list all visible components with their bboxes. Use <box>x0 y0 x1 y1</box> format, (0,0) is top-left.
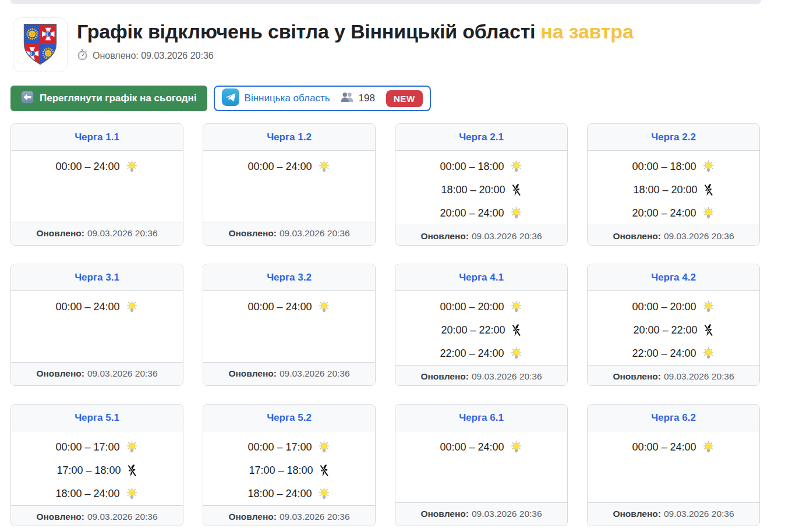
queue-card-slots: 00:00 – 24:00 <box>203 291 375 362</box>
power-on-bulb-icon <box>510 347 523 360</box>
time-slot: 00:00 – 24:00 <box>203 155 375 178</box>
queue-card-updated: Оновлено:09.03.2026 20:36 <box>588 225 759 246</box>
time-slot: 18:00 – 24:00 <box>11 482 183 505</box>
time-range: 00:00 – 24:00 <box>440 441 504 453</box>
queue-card-title: Черга 1.2 <box>203 124 375 151</box>
queue-card-title: Черга 3.1 <box>11 264 183 291</box>
queue-card: Черга 2.2 00:00 – 18:00 18:00 – 20:00 20… <box>587 123 760 246</box>
power-on-bulb-icon <box>317 300 331 314</box>
queues-grid: Черга 1.1 00:00 – 24:00 Оновлено:09.03.2… <box>10 123 760 526</box>
power-on-bulb-icon <box>317 487 331 501</box>
time-range: 00:00 – 18:00 <box>440 161 504 173</box>
card-updated-value: 09.03.2026 20:36 <box>280 368 350 378</box>
top-banner-strip <box>10 0 761 4</box>
page-title: Графік відключень світла у Вінницькій об… <box>77 20 634 44</box>
queue-card-title: Черга 4.2 <box>588 264 759 291</box>
time-slot: 22:00 – 24:00 <box>395 342 567 365</box>
page-header: Графік відключень світла у Вінницькій об… <box>13 17 785 72</box>
time-range: 00:00 – 20:00 <box>440 301 504 313</box>
time-slot: 00:00 – 20:00 <box>588 295 759 318</box>
queue-card: Черга 1.1 00:00 – 24:00 Оновлено:09.03.2… <box>10 123 183 246</box>
power-on-bulb-icon <box>317 160 331 173</box>
queue-card-updated: Оновлено:09.03.2026 20:36 <box>203 222 375 245</box>
power-on-bulb-icon <box>510 300 523 314</box>
time-slot: 00:00 – 24:00 <box>588 435 759 459</box>
time-range: 17:00 – 18:00 <box>249 464 313 477</box>
time-slot: 20:00 – 22:00 <box>395 318 567 342</box>
card-updated-label: Оновлено: <box>228 368 276 378</box>
time-slot: 22:00 – 24:00 <box>588 342 759 365</box>
time-slot: 18:00 – 24:00 <box>203 482 375 505</box>
time-slot: 00:00 – 18:00 <box>588 155 759 178</box>
time-slot: 00:00 – 24:00 <box>395 435 567 459</box>
stopwatch-icon <box>77 49 88 63</box>
telegram-channel-widget[interactable]: Вінницька область 198 NEW <box>214 86 431 111</box>
queue-card: Черга 6.1 00:00 – 24:00 Оновлено:09.03.2… <box>395 404 568 526</box>
new-badge: NEW <box>386 90 423 107</box>
queue-card-slots: 00:00 – 24:00 <box>588 431 759 502</box>
queue-card-updated: Оновлено:09.03.2026 20:36 <box>203 362 375 385</box>
time-slot: 00:00 – 17:00 <box>203 435 375 459</box>
view-today-schedule-label: Переглянути графік на сьогодні <box>40 93 197 104</box>
queue-card-title: Черга 6.2 <box>588 405 759 431</box>
header-text-block: Графік відключень світла у Вінницькій об… <box>77 17 634 63</box>
power-on-bulb-icon <box>702 347 715 360</box>
card-updated-value: 09.03.2026 20:36 <box>87 368 158 378</box>
queue-card-title: Черга 2.2 <box>588 124 759 151</box>
left-arrow-icon <box>21 91 34 107</box>
busts-icon <box>340 92 355 105</box>
telegram-channel-link[interactable]: Вінницька область <box>245 93 330 104</box>
queue-card-title: Черга 6.1 <box>395 405 567 431</box>
queue-card-updated: Оновлено:09.03.2026 20:36 <box>11 362 183 385</box>
time-range: 22:00 – 24:00 <box>440 347 504 360</box>
queue-card-title: Черга 5.1 <box>11 405 183 431</box>
time-range: 17:00 – 18:00 <box>56 464 121 477</box>
card-updated-value: 09.03.2026 20:36 <box>664 231 734 241</box>
queue-card-slots: 00:00 – 17:00 17:00 – 18:00 18:00 – 24:0… <box>11 431 183 505</box>
card-updated-label: Оновлено: <box>420 231 468 241</box>
queue-card: Черга 3.1 00:00 – 24:00 Оновлено:09.03.2… <box>10 264 183 386</box>
time-range: 22:00 – 24:00 <box>632 347 696 360</box>
queue-card: Черга 5.2 00:00 – 17:00 17:00 – 18:00 18… <box>203 404 376 526</box>
vinnytsia-coat-of-arms-icon <box>13 17 68 72</box>
card-updated-label: Оновлено: <box>420 371 468 381</box>
power-off-bolt-icon <box>319 464 330 477</box>
card-updated-label: Оновлено: <box>36 512 84 522</box>
queue-card: Черга 4.1 00:00 – 20:00 20:00 – 22:00 22… <box>395 264 568 386</box>
time-slot: 00:00 – 18:00 <box>395 155 567 178</box>
power-off-bolt-icon <box>703 184 714 196</box>
card-updated-value: 09.03.2026 20:36 <box>280 512 350 522</box>
time-range: 18:00 – 24:00 <box>55 488 119 500</box>
power-on-bulb-icon <box>125 487 139 501</box>
card-updated-label: Оновлено: <box>36 368 84 378</box>
power-on-bulb-icon <box>702 207 715 220</box>
card-updated-value: 09.03.2026 20:36 <box>472 231 542 241</box>
time-range: 00:00 – 24:00 <box>55 301 119 313</box>
power-off-bolt-icon <box>511 324 522 336</box>
queue-card-slots: 00:00 – 18:00 18:00 – 20:00 20:00 – 24:0… <box>395 151 567 225</box>
queue-card-updated: Оновлено:09.03.2026 20:36 <box>203 505 375 526</box>
power-off-bolt-icon <box>511 184 522 196</box>
card-updated-value: 09.03.2026 20:36 <box>472 371 542 381</box>
card-updated-label: Оновлено: <box>36 228 84 238</box>
queue-card: Черга 5.1 00:00 – 17:00 17:00 – 18:00 18… <box>10 404 183 526</box>
queue-card: Черга 2.1 00:00 – 18:00 18:00 – 20:00 20… <box>395 123 568 246</box>
queue-card-updated: Оновлено:09.03.2026 20:36 <box>395 502 567 526</box>
card-updated-value: 09.03.2026 20:36 <box>87 228 158 238</box>
queue-card-title: Черга 1.1 <box>11 124 183 151</box>
queue-card-slots: 00:00 – 24:00 <box>11 151 183 222</box>
card-updated-value: 09.03.2026 20:36 <box>472 509 542 519</box>
card-updated-label: Оновлено: <box>420 509 468 519</box>
queue-card-updated: Оновлено:09.03.2026 20:36 <box>11 222 183 245</box>
power-on-bulb-icon <box>702 441 715 454</box>
time-range: 18:00 – 20:00 <box>633 184 697 196</box>
toolbar: Переглянути графік на сьогодні Вінницька… <box>10 86 785 111</box>
queue-card-slots: 00:00 – 17:00 17:00 – 18:00 18:00 – 24:0… <box>203 431 375 505</box>
time-range: 00:00 – 17:00 <box>247 441 312 453</box>
view-today-schedule-button[interactable]: Переглянути графік на сьогодні <box>10 86 207 111</box>
time-range: 00:00 – 18:00 <box>632 161 696 173</box>
queue-card-slots: 00:00 – 20:00 20:00 – 22:00 22:00 – 24:0… <box>588 291 759 365</box>
card-updated-label: Оновлено: <box>613 509 660 519</box>
time-slot: 00:00 – 24:00 <box>11 295 183 318</box>
power-on-bulb-icon <box>125 160 139 173</box>
